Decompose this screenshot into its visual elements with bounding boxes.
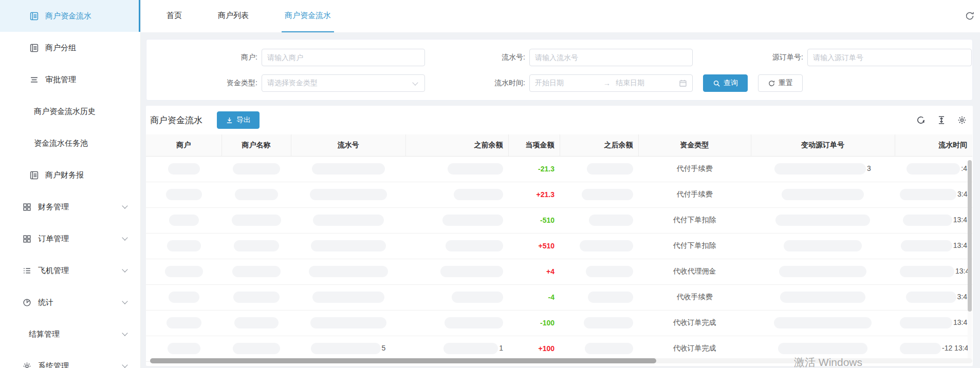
chevron-down-icon [122, 362, 127, 367]
settings-gear-icon[interactable] [957, 115, 967, 125]
redacted-source-order [779, 266, 866, 277]
time-fragment: 3:4 [957, 190, 967, 198]
fund-type: 代收订单完成 [673, 344, 716, 352]
redacted-prev-balance [448, 163, 503, 175]
flow-no-label: 流水号: [425, 53, 529, 62]
redacted-prev-balance [442, 215, 503, 226]
sidebar-item-system-management[interactable]: 系统管理 [0, 350, 140, 368]
sidebar-item-finance-management[interactable]: 财务管理 [0, 191, 140, 223]
redacted-prev-balance [446, 240, 503, 251]
redacted-merchant [166, 189, 202, 200]
reload-icon[interactable] [916, 115, 926, 125]
table-row: +510 代付下单扣除 13:4 [146, 233, 972, 259]
redacted-source-order [780, 292, 865, 303]
amount-value: +4 [546, 267, 554, 276]
redacted-source-order [775, 215, 870, 226]
sidebar-item-fund-flow-task-pool[interactable]: 资金流水任务池 [0, 127, 140, 159]
chevron-down-icon [122, 298, 127, 304]
merchant-input[interactable] [267, 53, 419, 62]
redacted-merchant-name [233, 292, 280, 303]
app-root: 商户资金流水 商户分组 审批管理 商户资金流水历史 资金流水任务池 商户财务报 … [0, 0, 980, 368]
sidebar-item-approval-management[interactable]: 审批管理 [0, 64, 140, 95]
time-fragment: 13:4 [953, 241, 967, 249]
sidebar-item-merchant-group[interactable]: 商户分组 [0, 32, 140, 64]
sidebar-item-label: 订单管理 [38, 234, 69, 244]
redacted-merchant-name [234, 240, 279, 251]
calendar-icon [679, 79, 687, 87]
fund-type: 代收代理佣金 [673, 267, 716, 275]
chevron-down-icon [122, 203, 127, 208]
flow-time-range-picker[interactable]: 开始日期 → 结束日期 [529, 74, 693, 92]
redacted-prev-balance [440, 266, 503, 277]
filter-fund-type: 资金类型: 请选择资金类型 [146, 74, 425, 92]
table-row: -100 代收订单完成 13:4 [146, 310, 972, 336]
col-source-order-no: 变动源订单号 [751, 134, 895, 156]
sidebar-item-label: 财务管理 [38, 202, 69, 212]
redacted-flow-no [310, 317, 386, 328]
table-row: -4 代收手续费 3:4 [146, 284, 972, 310]
table-list-icon [30, 12, 39, 21]
filter-flow-no: 流水号: [425, 49, 693, 66]
list-ul-icon [23, 266, 31, 275]
redacted-flow-no [311, 343, 381, 354]
amount-value: -21.3 [538, 165, 554, 173]
column-height-icon[interactable] [937, 115, 946, 125]
sync-refresh-icon[interactable] [965, 11, 975, 21]
order-suffix: 3 [867, 164, 871, 172]
col-flow-time: 流水时间 [895, 134, 972, 156]
redacted-flow-time [900, 343, 941, 354]
sidebar-item-plane-management[interactable]: 飞机管理 [0, 255, 140, 286]
redacted-after-balance [586, 266, 633, 277]
redacted-after-balance [582, 189, 633, 200]
sidebar-item-fund-flow-history[interactable]: 商户资金流水历史 [0, 95, 140, 127]
search-button[interactable]: 查询 [703, 74, 748, 92]
horizontal-scrollbar-thumb[interactable] [150, 358, 656, 363]
redacted-merchant [167, 317, 201, 328]
end-date-placeholder: 结束日期 [616, 79, 679, 88]
redacted-after-balance [584, 317, 633, 328]
sidebar-item-label: 商户分组 [45, 43, 76, 53]
chevron-down-icon [412, 80, 418, 85]
redacted-after-balance [588, 292, 633, 303]
table-header-row: 商户 商户名称 流水号 之前余额 当项金额 之后余额 资金类型 变动源订单号 流… [146, 134, 972, 156]
fund-type-placeholder: 请选择资金类型 [267, 79, 318, 88]
tab-merchant-list[interactable]: 商户列表 [215, 0, 252, 32]
sidebar-item-statistics[interactable]: 统计 [0, 286, 140, 318]
range-arrow-icon: → [598, 79, 616, 87]
sidebar-item-label: 商户财务报 [45, 170, 84, 180]
vertical-scrollbar-thumb[interactable] [968, 160, 972, 312]
redacted-prev-balance [452, 292, 503, 303]
fund-type: 代收手续费 [677, 293, 713, 301]
export-button[interactable]: 导出 [217, 111, 260, 129]
sidebar-item-label: 资金流水任务池 [34, 139, 88, 148]
sidebar-item-order-management[interactable]: 订单管理 [0, 223, 140, 255]
redacted-flow-no [310, 189, 387, 200]
table-toolbar: 商户资金流水 导出 [146, 106, 973, 134]
sidebar-item-merchant-fund-flow[interactable]: 商户资金流水 [0, 0, 140, 32]
chevron-down-icon [122, 266, 127, 272]
redacted-merchant-name [233, 343, 280, 354]
table-row: +21.3 代付手续费 3:4 [146, 182, 972, 207]
tab-merchant-fund-flow[interactable]: 商户资金流水 [282, 0, 334, 32]
gear-icon [23, 362, 31, 368]
source-order-input[interactable] [813, 53, 966, 62]
fund-type-select[interactable]: 请选择资金类型 [262, 74, 425, 92]
toolbar-icons [905, 115, 967, 125]
fund-type: 代付手续费 [677, 164, 713, 172]
sidebar-item-merchant-finance-report[interactable]: 商户财务报 [0, 159, 140, 191]
horizontal-scrollbar [150, 358, 972, 363]
merchant-label: 商户: [146, 53, 262, 62]
reset-button[interactable]: 重置 [758, 74, 803, 92]
redacted-prev-balance [454, 189, 503, 200]
vertical-scrollbar [968, 160, 972, 363]
pie-chart-icon [23, 298, 31, 307]
fund-type: 代付下单扣除 [673, 216, 716, 224]
redacted-source-order [774, 317, 872, 328]
col-prev-balance: 之前余额 [405, 134, 508, 156]
time-fragment: 13:4 [953, 216, 967, 224]
sidebar-item-label: 统计 [38, 298, 53, 307]
flow-no-input[interactable] [535, 53, 687, 62]
tab-home[interactable]: 首页 [163, 0, 185, 32]
flow-time-label: 流水时间: [425, 79, 529, 88]
sidebar-item-settlement-management[interactable]: 结算管理 [0, 318, 140, 350]
